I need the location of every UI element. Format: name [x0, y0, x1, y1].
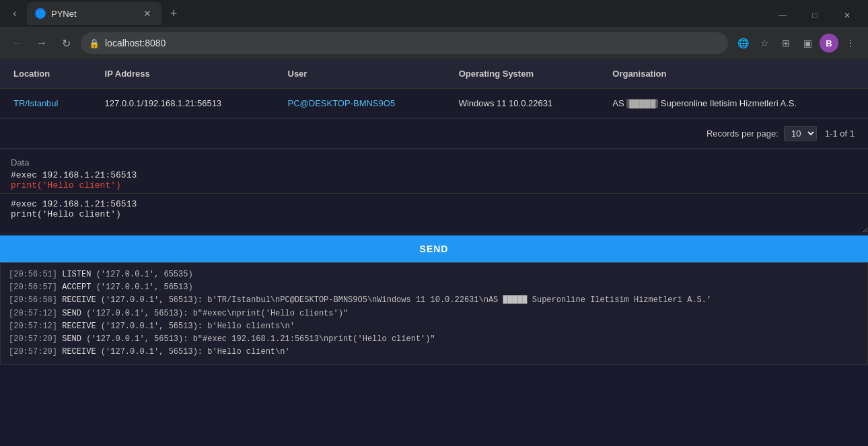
log-line: [20:57:20] RECEIVE ('127.0.0.1', 56513):…: [9, 346, 859, 359]
log-event: RECEIVE: [62, 295, 101, 305]
sidebar-button[interactable]: ▣: [798, 34, 817, 52]
log-line: [20:57:20] SEND ('127.0.0.1', 56513): b"…: [9, 333, 859, 346]
close-button[interactable]: ✕: [832, 5, 863, 26]
page-content: Location IP Address User Operating Syste…: [0, 59, 868, 446]
extensions-button[interactable]: ⊞: [776, 34, 795, 52]
log-time: [20:56:58]: [9, 295, 57, 305]
tab-prev-button[interactable]: ‹: [5, 4, 24, 23]
back-button[interactable]: ←: [8, 34, 27, 52]
log-event: ACCEPT: [62, 283, 96, 292]
address-bar-row: ← → ↻ 🔒 localhost:8080 🌐 ☆ ⊞ ▣ B ⋮: [0, 27, 868, 59]
per-page-select[interactable]: 10 25 50: [784, 126, 817, 141]
log-time: [20:56:51]: [9, 270, 57, 279]
records-per-page-label: Records per page:: [707, 128, 779, 139]
page-info: 1-1 of 1: [825, 128, 855, 139]
log-time: [20:57:20]: [9, 347, 57, 357]
cell-ip: 127.0.0.1/192.168.1.21:56513: [92, 89, 275, 118]
log-data: ('127.0.0.1', 65535): [96, 270, 193, 279]
log-line: [20:56:58] RECEIVE ('127.0.0.1', 56513):…: [9, 294, 859, 307]
log-event: SEND: [62, 309, 86, 318]
cell-user: PC@DESKTOP-BMNS9O5: [275, 89, 445, 118]
cell-org: AS █████ Superonline Iletisim Hizmetleri…: [599, 89, 868, 118]
log-data: ('127.0.0.1', 56513): b"#exec\nprint('He…: [86, 309, 348, 318]
data-label: Data: [11, 157, 857, 168]
col-location: Location: [0, 59, 92, 89]
log-event: RECEIVE: [62, 347, 101, 357]
maximize-button[interactable]: □: [799, 5, 830, 26]
address-text: localhost:8080: [105, 38, 720, 48]
col-ip: IP Address: [92, 59, 275, 89]
col-user: User: [275, 59, 445, 89]
pagination-row: Records per page: 10 25 50 1-1 of 1: [0, 118, 868, 148]
forward-button[interactable]: →: [32, 34, 51, 52]
command-textarea[interactable]: #exec 192.168.1.21:56513 print('Hello cl…: [0, 193, 868, 233]
address-bar[interactable]: 🔒 localhost:8080: [81, 32, 728, 54]
log-line: [20:57:12] SEND ('127.0.0.1', 56513): b"…: [9, 307, 859, 320]
log-data: ('127.0.0.1', 56513): b'TR/Istanbul\nPC@…: [101, 295, 711, 305]
log-event: RECEIVE: [62, 322, 101, 331]
cell-location: TR/Istanbul: [0, 89, 92, 118]
log-data: ('127.0.0.1', 56513): b'Hello clients\n': [101, 322, 295, 331]
profile-button[interactable]: B: [820, 34, 838, 52]
browser-actions: 🌐 ☆ ⊞ ▣ B ⋮: [733, 34, 860, 52]
log-time: [20:57:12]: [9, 322, 57, 331]
log-time: [20:57:20]: [9, 334, 57, 344]
log-line: [20:56:57] ACCEPT ('127.0.0.1', 56513): [9, 281, 859, 294]
data-line1: #exec 192.168.1.21:56513: [11, 170, 857, 180]
reload-button[interactable]: ↻: [57, 34, 75, 52]
translate-button[interactable]: 🌐: [733, 34, 752, 52]
tab-bar: ‹ 🌐 PYNet ✕ +: [0, 0, 868, 27]
log-data: ('127.0.0.1', 56513): b"#exec 192.168.1.…: [86, 334, 435, 344]
bookmark-button[interactable]: ☆: [755, 34, 774, 52]
tab-close-button[interactable]: ✕: [141, 7, 153, 20]
minimize-button[interactable]: —: [767, 5, 798, 26]
connections-table: Location IP Address User Operating Syste…: [0, 59, 868, 118]
log-area: [20:56:51] LISTEN ('127.0.0.1', 65535)[2…: [0, 262, 868, 365]
col-org: Organisation: [599, 59, 868, 89]
table-row[interactable]: TR/Istanbul 127.0.0.1/192.168.1.21:56513…: [0, 89, 868, 118]
records-per-page: Records per page: 10 25 50: [707, 126, 817, 141]
menu-button[interactable]: ⋮: [841, 34, 860, 52]
tab-title: PYNet: [51, 9, 136, 19]
send-button[interactable]: SEND: [0, 235, 868, 262]
new-tab-button[interactable]: +: [164, 4, 183, 23]
lock-icon: 🔒: [89, 38, 100, 48]
table-header-row: Location IP Address User Operating Syste…: [0, 59, 868, 89]
data-line2: print('Hello client'): [11, 180, 857, 190]
log-time: [20:57:12]: [9, 309, 57, 318]
log-event: SEND: [62, 334, 86, 344]
log-data: ('127.0.0.1', 56513): b'Hello client\n': [101, 347, 290, 357]
log-data: ('127.0.0.1', 56513): [96, 283, 193, 292]
data-content: #exec 192.168.1.21:56513 print('Hello cl…: [11, 170, 857, 190]
cell-os: Windows 11 10.0.22631: [445, 89, 600, 118]
tab-favicon: 🌐: [35, 8, 46, 19]
col-os: Operating System: [445, 59, 600, 89]
log-line: [20:56:51] LISTEN ('127.0.0.1', 65535): [9, 268, 859, 281]
data-section: Data #exec 192.168.1.21:56513 print('Hel…: [0, 148, 868, 193]
log-time: [20:56:57]: [9, 283, 57, 292]
active-tab[interactable]: 🌐 PYNet ✕: [27, 2, 161, 25]
log-line: [20:57:12] RECEIVE ('127.0.0.1', 56513):…: [9, 320, 859, 333]
log-event: LISTEN: [62, 270, 96, 279]
